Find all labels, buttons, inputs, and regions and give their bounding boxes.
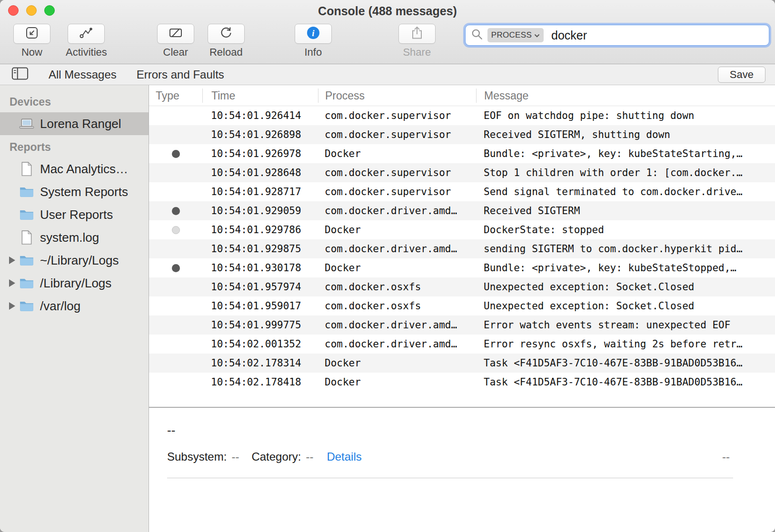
- detail-right-value: --: [722, 450, 730, 463]
- reload-icon: [219, 26, 233, 41]
- detail-divider: [167, 478, 733, 478]
- info-button[interactable]: i Info: [295, 24, 332, 59]
- log-process-cell: com.docker.driver.amd…: [318, 243, 476, 255]
- sidebar-item-lorena-rangel[interactable]: Lorena Rangel: [0, 112, 149, 135]
- log-process-cell: Docker: [318, 148, 476, 159]
- log-time-cell: 10:54:01.929786: [202, 224, 318, 236]
- log-message-cell: Bundle: <private>, key: kubeStateStopped…: [476, 262, 775, 274]
- log-process-cell: com.docker.driver.amd…: [318, 338, 476, 350]
- sidebar-item-label: /var/log: [40, 299, 80, 314]
- log-row[interactable]: 10:54:01.928648com.docker.supervisorStop…: [149, 163, 775, 182]
- log-message-cell: Bundle: <private>, key: kubeStateStartin…: [476, 148, 775, 159]
- sidebar-item-library-logs[interactable]: /Library/Logs: [0, 272, 149, 295]
- log-message-cell: Received SIGTERM, shutting down: [476, 129, 775, 140]
- sidebar-item-var-log[interactable]: /var/log: [0, 295, 149, 317]
- close-button[interactable]: [8, 5, 19, 16]
- column-header-time[interactable]: Time: [202, 89, 318, 103]
- column-header-process[interactable]: Process: [318, 89, 476, 103]
- log-message-cell: Unexpected exception: Socket.Closed: [476, 281, 775, 293]
- sidebar-item-label: User Reports: [40, 207, 113, 222]
- save-button[interactable]: Save: [718, 67, 765, 83]
- column-header-message[interactable]: Message: [476, 89, 775, 103]
- details-link[interactable]: Details: [327, 450, 361, 463]
- log-message-cell: Task <F41D5AF3-7C10-467E-83BB-91BAD0D53B…: [476, 357, 775, 369]
- search-filter-token[interactable]: PROCESS: [487, 28, 544, 42]
- sidebar-item-label: system.log: [40, 230, 99, 245]
- sidebar-item-label: ~/Library/Logs: [40, 253, 119, 268]
- sidebar-item-system-log[interactable]: system.log: [0, 226, 149, 249]
- log-time-cell: 10:54:01.926978: [202, 148, 318, 159]
- activities-button[interactable]: Activities: [66, 24, 107, 59]
- log-time-cell: 10:54:02.001352: [202, 338, 318, 350]
- log-row[interactable]: 10:54:01.926414com.docker.supervisorEOF …: [149, 106, 775, 125]
- tab-errors-and-faults[interactable]: Errors and Faults: [137, 68, 224, 81]
- share-button[interactable]: Share: [398, 24, 436, 59]
- log-process-cell: com.docker.supervisor: [318, 167, 476, 178]
- log-row[interactable]: 10:54:01.926898com.docker.supervisorRece…: [149, 125, 775, 144]
- log-time-cell: 10:54:02.178314: [202, 357, 318, 369]
- log-time-cell: 10:54:01.926414: [202, 110, 318, 121]
- log-row[interactable]: 10:54:01.929059com.docker.driver.amd…Rec…: [149, 201, 775, 220]
- detail-title: --: [167, 423, 775, 438]
- log-row[interactable]: 10:54:01.929875com.docker.driver.amd…sen…: [149, 239, 775, 258]
- sidebar-toggle-button[interactable]: [11, 67, 29, 82]
- log-row[interactable]: 10:54:01.930178DockerBundle: <private>, …: [149, 258, 775, 277]
- log-type-cell: [149, 150, 202, 158]
- reload-label: Reload: [209, 46, 243, 59]
- reload-button[interactable]: Reload: [208, 24, 245, 59]
- log-message-cell: Error resync osxfs, waiting 2s before re…: [476, 338, 775, 350]
- sidebar-item-label: System Reports: [40, 185, 128, 199]
- activity-dot-dark-icon: [172, 207, 180, 215]
- log-type-cell: [149, 264, 202, 272]
- sidebar-item-label: Lorena Rangel: [40, 117, 121, 131]
- sidebar-item-mac-analytics[interactable]: Mac Analytics…: [0, 158, 149, 180]
- folder-icon: [18, 186, 35, 198]
- folder-icon: [18, 277, 35, 289]
- log-pane: Type Time Process Message 10:54:01.92641…: [149, 85, 775, 532]
- subsystem-value: --: [231, 450, 239, 463]
- disclosure-triangle-icon[interactable]: [6, 279, 18, 287]
- share-icon: [410, 26, 424, 42]
- chevron-down-icon: [534, 30, 540, 40]
- log-message-cell: Error watch events stream: unexpected EO…: [476, 319, 775, 331]
- minimize-button[interactable]: [26, 5, 37, 16]
- tab-all-messages[interactable]: All Messages: [49, 68, 117, 81]
- info-label: Info: [304, 46, 322, 59]
- clear-button[interactable]: Clear: [157, 24, 194, 59]
- log-row[interactable]: 10:54:02.178314DockerTask <F41D5AF3-7C10…: [149, 354, 775, 373]
- log-row[interactable]: 10:54:01.999775com.docker.driver.amd…Err…: [149, 315, 775, 335]
- disclosure-triangle-icon[interactable]: [6, 302, 18, 310]
- sidebar-item-user-reports[interactable]: User Reports: [0, 203, 149, 226]
- category-label: Category:: [251, 450, 301, 463]
- info-icon: i: [306, 26, 320, 42]
- log-row[interactable]: 10:54:01.928717com.docker.supervisorSend…: [149, 182, 775, 201]
- log-time-cell: 10:54:02.178418: [202, 376, 318, 388]
- log-time-cell: 10:54:01.930178: [202, 262, 318, 274]
- log-time-cell: 10:54:01.999775: [202, 319, 318, 331]
- log-row[interactable]: 10:54:01.957974com.docker.osxfsUnexpecte…: [149, 277, 775, 296]
- column-header-type[interactable]: Type: [149, 89, 202, 103]
- log-row[interactable]: 10:54:01.926978DockerBundle: <private>, …: [149, 144, 775, 163]
- folder-icon: [18, 300, 35, 312]
- log-time-cell: 10:54:01.957974: [202, 281, 318, 293]
- clear-label: Clear: [163, 46, 189, 59]
- log-time-cell: 10:54:01.928648: [202, 167, 318, 178]
- log-process-cell: Docker: [318, 262, 476, 274]
- log-row[interactable]: 10:54:01.929786DockerDockerState: stoppe…: [149, 220, 775, 239]
- log-message-cell: Stop 1 children with order 1: [com.docke…: [476, 167, 775, 178]
- log-time-cell: 10:54:01.959017: [202, 300, 318, 312]
- zoom-button[interactable]: [44, 5, 55, 16]
- search-input[interactable]: PROCESS docker: [465, 25, 769, 46]
- log-row[interactable]: 10:54:02.001352com.docker.driver.amd…Err…: [149, 335, 775, 354]
- log-time-cell: 10:54:01.929875: [202, 243, 318, 255]
- sidebar-item-system-reports[interactable]: System Reports: [0, 180, 149, 203]
- document-icon: [18, 230, 35, 245]
- disclosure-triangle-icon[interactable]: [6, 256, 18, 264]
- log-message-cell: Received SIGTERM: [476, 205, 775, 217]
- sidebar-item-library-logs[interactable]: ~/Library/Logs: [0, 249, 149, 272]
- detail-meta-row: Subsystem: -- Category: -- Details --: [167, 450, 775, 463]
- now-button[interactable]: Now: [13, 24, 50, 59]
- log-row[interactable]: 10:54:02.178418DockerTask <F41D5AF3-7C10…: [149, 373, 775, 392]
- log-row[interactable]: 10:54:01.959017com.docker.osxfsUnexpecte…: [149, 296, 775, 315]
- titlebar: Console (488 messages): [0, 0, 775, 21]
